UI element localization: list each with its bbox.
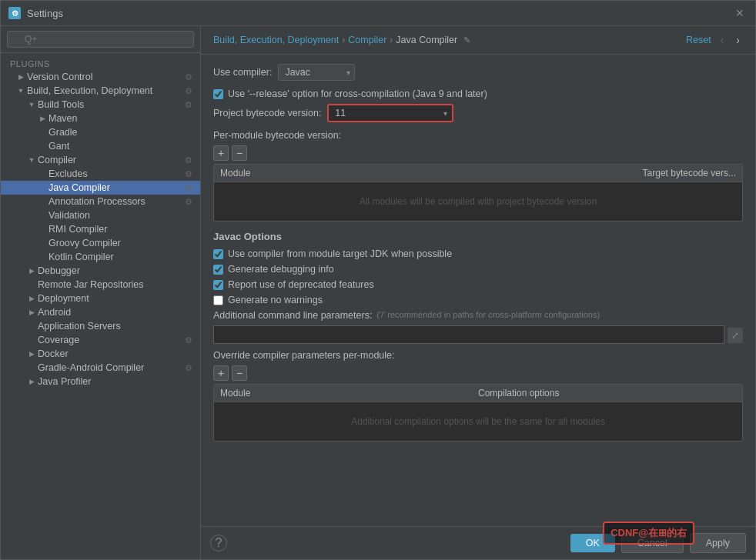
sidebar-item-label: Remote Jar Repositories xyxy=(38,279,144,290)
sidebar-item-validation[interactable]: Validation xyxy=(1,208,200,222)
sidebar-item-label: Kotlin Compiler xyxy=(49,252,114,262)
chevron-icon: ▶ xyxy=(38,114,47,123)
override-table: Module Compilation options Additional co… xyxy=(213,384,743,442)
bytecode-select[interactable]: 8 9 10 11 12 13 14 15 16 17 xyxy=(329,105,452,121)
add-module-button[interactable]: + xyxy=(213,145,229,161)
sidebar-item-label: Maven xyxy=(49,113,78,124)
expand-cmd-params-button[interactable]: ⤢ xyxy=(728,328,743,343)
per-module-label: Per-module bytecode version: xyxy=(213,130,743,141)
breadcrumb-current: Java Compiler xyxy=(396,35,457,45)
reset-button[interactable]: Reset xyxy=(686,35,711,45)
sidebar-item-label: Annotation Processors xyxy=(49,196,146,207)
gear-icon: ⚙ xyxy=(183,335,194,345)
sidebar-item-docker[interactable]: ▶ Docker xyxy=(1,347,200,361)
main-content: Plugins ▶ Version Control ⚙ ▼ Build, Exe… xyxy=(1,26,755,559)
chevron-icon: ▶ xyxy=(27,294,36,303)
help-button[interactable]: ? xyxy=(210,535,227,552)
override-add-remove: + − xyxy=(213,365,743,381)
sidebar-item-annotation-processors[interactable]: Annotation Processors ⚙ xyxy=(1,195,200,208)
compiler-select[interactable]: Javac Eclipse Ajc xyxy=(278,64,355,81)
generate-debug-checkbox[interactable] xyxy=(213,265,223,275)
chevron-icon xyxy=(27,363,36,372)
chevron-icon xyxy=(38,183,47,192)
panel-content: Use compiler: Javac Eclipse Ajc ▾ Use '-… xyxy=(201,55,755,526)
sidebar-item-groovy-compiler[interactable]: Groovy Compiler xyxy=(1,236,200,250)
close-button[interactable]: ✕ xyxy=(732,5,748,21)
remove-module-button[interactable]: − xyxy=(232,145,247,161)
chevron-icon xyxy=(38,197,47,206)
breadcrumb-build[interactable]: Build, Execution, Deployment xyxy=(213,35,339,45)
sidebar-item-java-compiler[interactable]: Java Compiler ⚙ xyxy=(1,181,200,195)
javac-section-title: Javac Options xyxy=(213,231,743,242)
sidebar-item-label: Docker xyxy=(38,348,69,359)
generate-no-warnings-row: Generate no warnings xyxy=(213,295,743,305)
search-wrap xyxy=(7,31,194,48)
sidebar-item-maven[interactable]: ▶ Maven xyxy=(1,112,200,125)
sidebar-item-coverage[interactable]: Coverage ⚙ xyxy=(1,333,200,347)
sidebar-item-debugger[interactable]: ▶ Debugger xyxy=(1,264,200,278)
sidebar-item-label: Groovy Compiler xyxy=(49,238,121,248)
gear-icon: ⚙ xyxy=(183,362,194,373)
sidebar-item-label: Build Tools xyxy=(38,99,84,110)
sidebar-item-application-servers[interactable]: Application Servers xyxy=(1,319,200,333)
sidebar-item-rmi-compiler[interactable]: RMI Compiler xyxy=(1,222,200,236)
sidebar-item-label: Validation xyxy=(49,210,90,221)
generate-no-warnings-checkbox[interactable] xyxy=(213,295,223,305)
breadcrumb-actions: Reset ‹ › xyxy=(686,32,743,48)
chevron-icon: ▼ xyxy=(16,86,25,95)
sidebar-item-build-tools[interactable]: ▼ Build Tools ⚙ xyxy=(1,98,200,112)
chevron-icon: ▶ xyxy=(27,266,36,275)
remove-override-button[interactable]: − xyxy=(232,365,247,381)
sidebar-item-build-exec-deploy[interactable]: ▼ Build, Execution, Deployment ⚙ xyxy=(1,84,200,98)
cmd-params-input[interactable] xyxy=(213,325,724,344)
use-module-target-checkbox[interactable] xyxy=(213,249,223,259)
chevron-icon xyxy=(38,252,47,262)
chevron-icon: ▼ xyxy=(27,100,36,109)
sidebar-item-android[interactable]: ▶ Android xyxy=(1,305,200,319)
chevron-icon xyxy=(27,280,36,289)
chevron-icon xyxy=(38,211,47,220)
gear-icon: ⚙ xyxy=(183,99,194,110)
use-module-target-label: Use compiler from module target JDK when… xyxy=(228,248,452,259)
dialog-title: Settings xyxy=(27,8,726,19)
sidebar-item-label: Android xyxy=(38,307,71,318)
chevron-icon: ▶ xyxy=(27,349,36,358)
sidebar-item-label: RMI Compiler xyxy=(49,224,107,235)
breadcrumb-compiler[interactable]: Compiler xyxy=(348,35,386,45)
sidebar-item-label: Gradle-Android Compiler xyxy=(38,362,144,373)
sidebar-item-label: Java Profiler xyxy=(38,376,91,387)
release-option-checkbox[interactable] xyxy=(213,89,223,99)
per-module-table: Module Target bytecode vers... All modul… xyxy=(213,164,743,222)
back-button[interactable]: ‹ xyxy=(718,32,728,48)
sidebar-item-compiler[interactable]: ▼ Compiler ⚙ xyxy=(1,153,200,167)
watermark: CDNF@在⊞的右 xyxy=(603,522,694,545)
search-box xyxy=(1,26,200,53)
sidebar-item-java-profiler[interactable]: ▶ Java Profiler xyxy=(1,375,200,388)
chevron-icon: ▶ xyxy=(16,72,25,82)
sidebar-tree: Plugins ▶ Version Control ⚙ ▼ Build, Exe… xyxy=(1,53,200,559)
app-icon: ⚙ xyxy=(8,7,21,19)
sidebar-item-excludes[interactable]: Excludes ⚙ xyxy=(1,167,200,181)
search-input[interactable] xyxy=(7,31,194,48)
gear-icon: ⚙ xyxy=(183,196,194,207)
chevron-icon xyxy=(27,335,36,345)
bytecode-label: Project bytecode version: xyxy=(213,108,321,118)
breadcrumb-bar: Build, Execution, Deployment › Compiler … xyxy=(201,26,755,55)
add-override-button[interactable]: + xyxy=(213,365,229,381)
title-bar: ⚙ Settings ✕ xyxy=(1,1,755,26)
sidebar-item-gradle[interactable]: Gradle xyxy=(1,125,200,139)
apply-button[interactable]: Apply xyxy=(690,533,746,553)
forward-button[interactable]: › xyxy=(733,32,743,48)
sidebar-item-gradle-android-compiler[interactable]: Gradle-Android Compiler ⚙ xyxy=(1,361,200,375)
right-panel: Build, Execution, Deployment › Compiler … xyxy=(201,26,755,559)
generate-debug-label: Generate debugging info xyxy=(228,264,334,275)
report-deprecated-checkbox[interactable] xyxy=(213,280,223,290)
sidebar-item-remote-jar-repos[interactable]: Remote Jar Repositories xyxy=(1,278,200,292)
sidebar-item-version-control[interactable]: ▶ Version Control ⚙ xyxy=(1,70,200,84)
breadcrumb-sep-2: › xyxy=(390,35,393,45)
cmd-params-section: Additional command line parameters: ('/'… xyxy=(213,310,743,344)
sidebar-item-kotlin-compiler[interactable]: Kotlin Compiler xyxy=(1,250,200,264)
per-module-add-remove: + − xyxy=(213,145,743,161)
sidebar-item-deployment[interactable]: ▶ Deployment xyxy=(1,292,200,305)
sidebar-item-gant[interactable]: Gant xyxy=(1,139,200,153)
